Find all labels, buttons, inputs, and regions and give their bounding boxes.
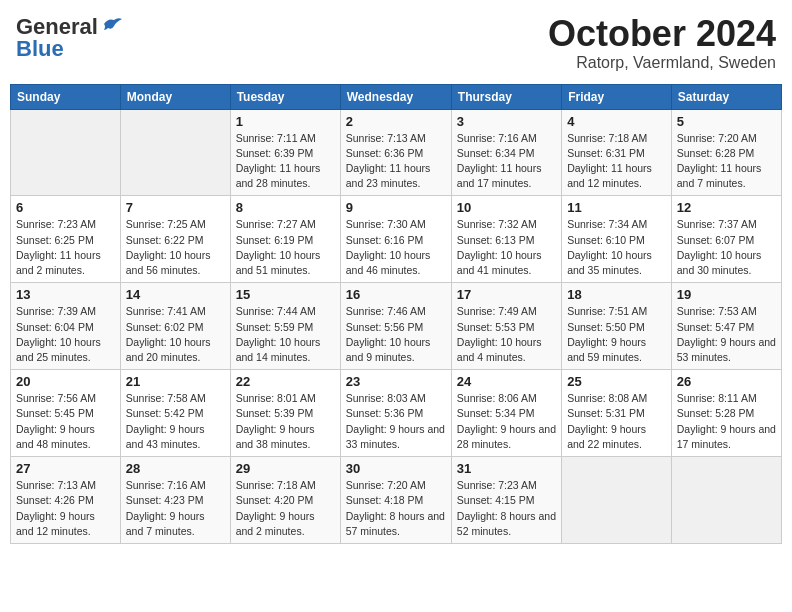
- day-info: Sunrise: 7:20 AMSunset: 6:28 PMDaylight:…: [677, 131, 776, 192]
- day-number: 4: [567, 114, 666, 129]
- weekday-header-friday: Friday: [562, 84, 672, 109]
- day-number: 28: [126, 461, 225, 476]
- day-number: 8: [236, 200, 335, 215]
- day-number: 20: [16, 374, 115, 389]
- day-info: Sunrise: 7:49 AMSunset: 5:53 PMDaylight:…: [457, 304, 556, 365]
- day-number: 25: [567, 374, 666, 389]
- day-info: Sunrise: 8:11 AMSunset: 5:28 PMDaylight:…: [677, 391, 776, 452]
- day-info: Sunrise: 7:23 AMSunset: 6:25 PMDaylight:…: [16, 217, 115, 278]
- calendar-week-row-2: 6Sunrise: 7:23 AMSunset: 6:25 PMDaylight…: [11, 196, 782, 283]
- month-title: October 2024: [548, 14, 776, 54]
- calendar-cell: 17Sunrise: 7:49 AMSunset: 5:53 PMDayligh…: [451, 283, 561, 370]
- day-info: Sunrise: 7:32 AMSunset: 6:13 PMDaylight:…: [457, 217, 556, 278]
- calendar-cell: 28Sunrise: 7:16 AMSunset: 4:23 PMDayligh…: [120, 457, 230, 544]
- day-info: Sunrise: 7:27 AMSunset: 6:19 PMDaylight:…: [236, 217, 335, 278]
- day-number: 1: [236, 114, 335, 129]
- calendar-cell: 27Sunrise: 7:13 AMSunset: 4:26 PMDayligh…: [11, 457, 121, 544]
- day-info: Sunrise: 7:16 AMSunset: 4:23 PMDaylight:…: [126, 478, 225, 539]
- calendar-cell: 2Sunrise: 7:13 AMSunset: 6:36 PMDaylight…: [340, 109, 451, 196]
- day-number: 26: [677, 374, 776, 389]
- day-info: Sunrise: 7:23 AMSunset: 4:15 PMDaylight:…: [457, 478, 556, 539]
- day-info: Sunrise: 7:11 AMSunset: 6:39 PMDaylight:…: [236, 131, 335, 192]
- day-info: Sunrise: 7:30 AMSunset: 6:16 PMDaylight:…: [346, 217, 446, 278]
- day-number: 21: [126, 374, 225, 389]
- day-info: Sunrise: 7:34 AMSunset: 6:10 PMDaylight:…: [567, 217, 666, 278]
- day-number: 22: [236, 374, 335, 389]
- day-number: 23: [346, 374, 446, 389]
- location: Ratorp, Vaermland, Sweden: [548, 54, 776, 72]
- calendar-cell: 3Sunrise: 7:16 AMSunset: 6:34 PMDaylight…: [451, 109, 561, 196]
- day-info: Sunrise: 7:37 AMSunset: 6:07 PMDaylight:…: [677, 217, 776, 278]
- day-number: 27: [16, 461, 115, 476]
- day-info: Sunrise: 7:39 AMSunset: 6:04 PMDaylight:…: [16, 304, 115, 365]
- day-number: 9: [346, 200, 446, 215]
- logo: General Blue: [16, 14, 122, 62]
- calendar-cell: [11, 109, 121, 196]
- calendar-cell: 12Sunrise: 7:37 AMSunset: 6:07 PMDayligh…: [671, 196, 781, 283]
- day-number: 19: [677, 287, 776, 302]
- day-info: Sunrise: 8:01 AMSunset: 5:39 PMDaylight:…: [236, 391, 335, 452]
- day-number: 31: [457, 461, 556, 476]
- calendar-cell: 8Sunrise: 7:27 AMSunset: 6:19 PMDaylight…: [230, 196, 340, 283]
- day-number: 16: [346, 287, 446, 302]
- calendar-cell: 20Sunrise: 7:56 AMSunset: 5:45 PMDayligh…: [11, 370, 121, 457]
- calendar-week-row-5: 27Sunrise: 7:13 AMSunset: 4:26 PMDayligh…: [11, 457, 782, 544]
- calendar-cell: 11Sunrise: 7:34 AMSunset: 6:10 PMDayligh…: [562, 196, 672, 283]
- day-number: 13: [16, 287, 115, 302]
- weekday-header-wednesday: Wednesday: [340, 84, 451, 109]
- weekday-header-sunday: Sunday: [11, 84, 121, 109]
- day-info: Sunrise: 7:58 AMSunset: 5:42 PMDaylight:…: [126, 391, 225, 452]
- calendar-cell: 19Sunrise: 7:53 AMSunset: 5:47 PMDayligh…: [671, 283, 781, 370]
- day-info: Sunrise: 7:18 AMSunset: 6:31 PMDaylight:…: [567, 131, 666, 192]
- day-number: 17: [457, 287, 556, 302]
- calendar-cell: [671, 457, 781, 544]
- day-info: Sunrise: 7:16 AMSunset: 6:34 PMDaylight:…: [457, 131, 556, 192]
- calendar-cell: 16Sunrise: 7:46 AMSunset: 5:56 PMDayligh…: [340, 283, 451, 370]
- page-header: General Blue October 2024 Ratorp, Vaerml…: [10, 10, 782, 76]
- day-info: Sunrise: 7:53 AMSunset: 5:47 PMDaylight:…: [677, 304, 776, 365]
- calendar-cell: [562, 457, 672, 544]
- day-number: 14: [126, 287, 225, 302]
- calendar-cell: 5Sunrise: 7:20 AMSunset: 6:28 PMDaylight…: [671, 109, 781, 196]
- day-info: Sunrise: 7:46 AMSunset: 5:56 PMDaylight:…: [346, 304, 446, 365]
- calendar-cell: 6Sunrise: 7:23 AMSunset: 6:25 PMDaylight…: [11, 196, 121, 283]
- day-info: Sunrise: 7:13 AMSunset: 4:26 PMDaylight:…: [16, 478, 115, 539]
- calendar-cell: 29Sunrise: 7:18 AMSunset: 4:20 PMDayligh…: [230, 457, 340, 544]
- weekday-header-tuesday: Tuesday: [230, 84, 340, 109]
- day-number: 15: [236, 287, 335, 302]
- calendar-table: SundayMondayTuesdayWednesdayThursdayFrid…: [10, 84, 782, 544]
- day-info: Sunrise: 7:25 AMSunset: 6:22 PMDaylight:…: [126, 217, 225, 278]
- calendar-week-row-3: 13Sunrise: 7:39 AMSunset: 6:04 PMDayligh…: [11, 283, 782, 370]
- day-number: 2: [346, 114, 446, 129]
- weekday-header-saturday: Saturday: [671, 84, 781, 109]
- calendar-cell: 18Sunrise: 7:51 AMSunset: 5:50 PMDayligh…: [562, 283, 672, 370]
- calendar-cell: 15Sunrise: 7:44 AMSunset: 5:59 PMDayligh…: [230, 283, 340, 370]
- calendar-cell: 9Sunrise: 7:30 AMSunset: 6:16 PMDaylight…: [340, 196, 451, 283]
- day-number: 18: [567, 287, 666, 302]
- day-info: Sunrise: 7:44 AMSunset: 5:59 PMDaylight:…: [236, 304, 335, 365]
- day-number: 10: [457, 200, 556, 215]
- day-info: Sunrise: 7:51 AMSunset: 5:50 PMDaylight:…: [567, 304, 666, 365]
- title-block: October 2024 Ratorp, Vaermland, Sweden: [548, 14, 776, 72]
- calendar-cell: 4Sunrise: 7:18 AMSunset: 6:31 PMDaylight…: [562, 109, 672, 196]
- calendar-cell: [120, 109, 230, 196]
- logo-bird-icon: [100, 16, 122, 34]
- weekday-header-row: SundayMondayTuesdayWednesdayThursdayFrid…: [11, 84, 782, 109]
- day-info: Sunrise: 7:56 AMSunset: 5:45 PMDaylight:…: [16, 391, 115, 452]
- day-number: 11: [567, 200, 666, 215]
- day-number: 12: [677, 200, 776, 215]
- day-number: 24: [457, 374, 556, 389]
- calendar-week-row-1: 1Sunrise: 7:11 AMSunset: 6:39 PMDaylight…: [11, 109, 782, 196]
- weekday-header-thursday: Thursday: [451, 84, 561, 109]
- calendar-cell: 1Sunrise: 7:11 AMSunset: 6:39 PMDaylight…: [230, 109, 340, 196]
- calendar-cell: 26Sunrise: 8:11 AMSunset: 5:28 PMDayligh…: [671, 370, 781, 457]
- logo-blue-text: Blue: [16, 36, 64, 62]
- day-number: 5: [677, 114, 776, 129]
- calendar-week-row-4: 20Sunrise: 7:56 AMSunset: 5:45 PMDayligh…: [11, 370, 782, 457]
- calendar-cell: 24Sunrise: 8:06 AMSunset: 5:34 PMDayligh…: [451, 370, 561, 457]
- calendar-cell: 13Sunrise: 7:39 AMSunset: 6:04 PMDayligh…: [11, 283, 121, 370]
- day-info: Sunrise: 8:03 AMSunset: 5:36 PMDaylight:…: [346, 391, 446, 452]
- day-info: Sunrise: 8:08 AMSunset: 5:31 PMDaylight:…: [567, 391, 666, 452]
- calendar-cell: 10Sunrise: 7:32 AMSunset: 6:13 PMDayligh…: [451, 196, 561, 283]
- calendar-cell: 7Sunrise: 7:25 AMSunset: 6:22 PMDaylight…: [120, 196, 230, 283]
